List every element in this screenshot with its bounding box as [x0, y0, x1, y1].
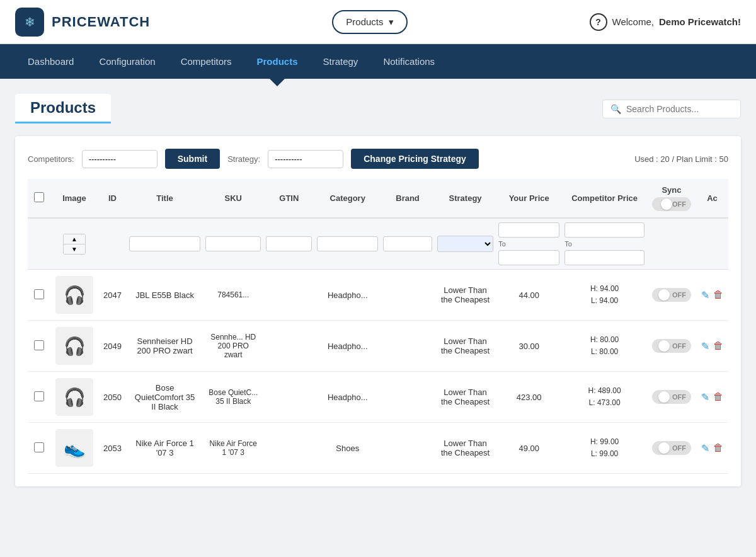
edit-icon-1[interactable]: ✎: [701, 340, 709, 352]
table-wrapper: Image ID Title SKU GTIN Category Brand S…: [28, 179, 728, 474]
row-strategy-2: Lower Than the Cheapest: [435, 372, 496, 423]
page-title-row: Products 🔍: [15, 94, 741, 123]
row-price-0: 44.00: [496, 270, 562, 321]
nav-item-notifications[interactable]: Notifications: [370, 44, 447, 79]
page-content: Products 🔍 Competitors: ---------- Submi…: [0, 79, 756, 502]
row-comp-price-1: H: 80.00 L: 80.00: [562, 321, 647, 372]
comp-price-to-input[interactable]: [564, 250, 644, 265]
row-checkbox-0[interactable]: [34, 289, 44, 299]
product-image-0: 🎧: [55, 276, 93, 314]
sync-toggle-2[interactable]: OFF: [652, 390, 691, 404]
sync-toggle-1[interactable]: OFF: [652, 339, 691, 353]
search-box: 🔍: [602, 100, 741, 118]
row-checkbox-1[interactable]: [34, 340, 44, 350]
submit-button[interactable]: Submit: [165, 149, 220, 169]
nav-item-configuration[interactable]: Configuration: [86, 44, 168, 79]
competitors-select[interactable]: ----------: [82, 150, 158, 168]
col-competitor-price: Competitor Price: [562, 179, 647, 218]
sync-toggle-3[interactable]: OFF: [652, 441, 691, 455]
row-sku-0: 784561...: [203, 270, 263, 321]
dropdown-label: Products: [346, 16, 383, 27]
strategy-select[interactable]: ----------: [268, 150, 343, 168]
row-checkbox-cell: [28, 321, 50, 372]
nav-bar: Dashboard Configuration Competitors Prod…: [0, 44, 756, 79]
row-category-2: Headpho...: [314, 372, 381, 423]
category-filter-input[interactable]: [317, 236, 378, 251]
strategy-filter-select[interactable]: [437, 236, 493, 252]
row-price-1: 30.00: [496, 321, 562, 372]
strategy-label: Strategy:: [227, 154, 260, 164]
col-gtin: GTIN: [263, 179, 314, 218]
col-title: Title: [127, 179, 203, 218]
sync-toggle-0[interactable]: OFF: [652, 288, 691, 302]
title-filter-input[interactable]: [129, 236, 200, 251]
price-from-input[interactable]: [498, 222, 559, 238]
row-actions-1: ✎ 🗑: [696, 321, 728, 372]
delete-icon-0[interactable]: 🗑: [713, 289, 723, 301]
row-checkbox-2[interactable]: [34, 391, 44, 401]
col-your-price: Your Price: [496, 179, 562, 218]
products-dropdown[interactable]: Products ▾: [332, 10, 407, 34]
logo-icon: ❄: [15, 8, 44, 37]
brand-filter-input[interactable]: [383, 236, 432, 251]
sync-all-toggle[interactable]: OFF: [652, 197, 691, 211]
price-to-label: To: [498, 240, 506, 248]
edit-icon-2[interactable]: ✎: [701, 391, 709, 403]
comp-price-from-input[interactable]: [564, 222, 644, 238]
row-id-1: 2049: [98, 321, 127, 372]
col-image: Image: [50, 179, 98, 218]
main-card: Competitors: ---------- Submit Strategy:…: [15, 136, 741, 486]
search-input[interactable]: [626, 104, 733, 114]
change-pricing-button[interactable]: Change Pricing Strategy: [351, 149, 479, 169]
col-sync: Sync OFF: [647, 179, 696, 218]
delete-icon-3[interactable]: 🗑: [713, 442, 723, 454]
sku-filter-input[interactable]: [205, 236, 261, 251]
col-brand: Brand: [381, 179, 435, 218]
row-checkbox-cell: [28, 372, 50, 423]
top-header: ❄ PRICEWATCH Products ▾ ? Welcome, Demo …: [0, 0, 756, 44]
row-strategy-3: Lower Than the Cheapest: [435, 423, 496, 474]
row-image-cell: 👟: [50, 423, 98, 474]
row-title-0: JBL E55B Black: [127, 270, 203, 321]
filter-inputs-row: ▲ ▼: [28, 218, 728, 270]
row-id-3: 2053: [98, 423, 127, 474]
nav-item-products[interactable]: Products: [244, 44, 310, 79]
id-stepper-up[interactable]: ▲: [64, 234, 85, 244]
nav-item-dashboard[interactable]: Dashboard: [15, 44, 86, 79]
competitors-label: Competitors:: [28, 154, 74, 164]
row-title-3: Nike Air Force 1 '07 3: [127, 423, 203, 474]
row-actions-3: ✎ 🗑: [696, 423, 728, 474]
row-comp-price-0: H: 94.00 L: 94.00: [562, 270, 647, 321]
edit-icon-0[interactable]: ✎: [701, 289, 709, 301]
price-to-input[interactable]: [498, 250, 559, 265]
row-image-cell: 🎧: [50, 321, 98, 372]
row-sync-0: OFF: [647, 270, 696, 321]
row-gtin-1: [263, 321, 314, 372]
delete-icon-2[interactable]: 🗑: [713, 391, 723, 403]
id-stepper-down[interactable]: ▼: [64, 244, 85, 254]
row-actions-0: ✎ 🗑: [696, 270, 728, 321]
select-all-checkbox[interactable]: [34, 192, 44, 202]
row-sku-2: Bose QuietC... 35 II Black: [203, 372, 263, 423]
row-category-3: Shoes: [314, 423, 381, 474]
gtin-filter-input[interactable]: [266, 236, 312, 251]
row-checkbox-cell: [28, 270, 50, 321]
table-row: 🎧 2047 JBL E55B Black 784561... Headpho.…: [28, 270, 728, 321]
row-price-2: 423.00: [496, 372, 562, 423]
help-icon[interactable]: ?: [590, 13, 607, 31]
delete-icon-1[interactable]: 🗑: [713, 340, 723, 352]
col-checkbox: [28, 179, 50, 218]
nav-item-strategy[interactable]: Strategy: [311, 44, 371, 79]
row-brand-0: [381, 270, 435, 321]
product-image-1: 🎧: [55, 327, 93, 365]
col-category: Category: [314, 179, 381, 218]
row-actions-2: ✎ 🗑: [696, 372, 728, 423]
plan-info: Used : 20 / Plan Limit : 50: [634, 154, 728, 164]
row-checkbox-3[interactable]: [34, 442, 44, 452]
row-gtin-2: [263, 372, 314, 423]
edit-icon-3[interactable]: ✎: [701, 442, 709, 454]
filter-row: Competitors: ---------- Submit Strategy:…: [28, 149, 728, 169]
comp-price-to-label: To: [564, 240, 572, 248]
welcome-area: ? Welcome, Demo Pricewatch!: [590, 13, 741, 31]
nav-item-competitors[interactable]: Competitors: [168, 44, 244, 79]
